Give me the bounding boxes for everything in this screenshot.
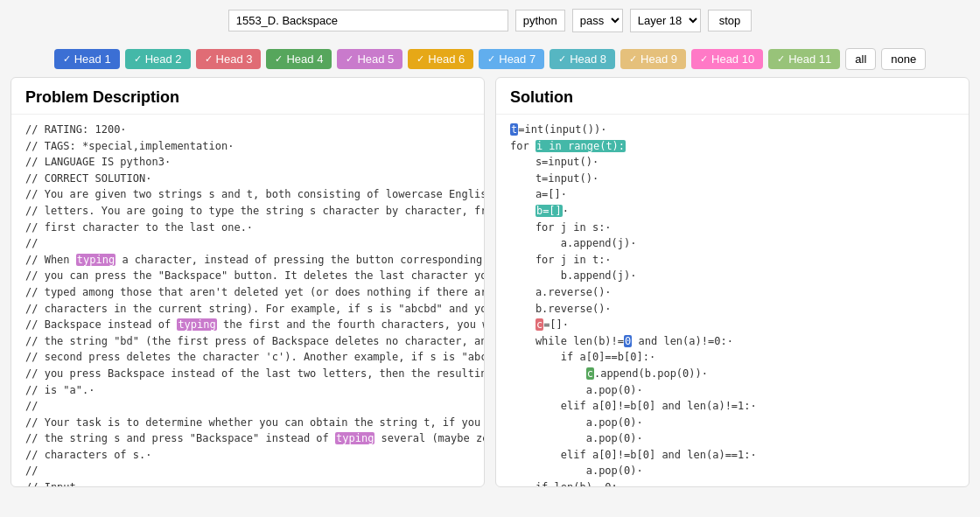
problem-line: //	[25, 235, 470, 252]
top-bar: python pass Layer 18 stop	[0, 0, 980, 41]
head-button-h8[interactable]: ✓Head 8	[550, 49, 615, 69]
solution-line: a.pop(0)·	[510, 382, 955, 399]
problem-body[interactable]: // RATING: 1200·// TAGS: *special,implem…	[11, 115, 484, 486]
solution-line: a=[]·	[510, 186, 955, 203]
head-button-h5[interactable]: ✓Head 5	[337, 49, 402, 69]
problem-line: // is "a".·	[25, 382, 470, 399]
problem-line: // you press Backspace instead of the la…	[25, 366, 470, 382]
problem-line: // Input·	[25, 479, 470, 486]
solution-line: c=[]·	[510, 317, 955, 333]
head-button-h7[interactable]: ✓Head 7	[479, 49, 544, 69]
solution-panel: Solution t=int(input())·for i in range(t…	[495, 77, 970, 487]
problem-title: Problem Description	[11, 78, 484, 115]
layer-select[interactable]: Layer 18	[630, 9, 701, 32]
head-button-h4[interactable]: ✓Head 4	[266, 49, 332, 69]
problem-line: // you can press the "Backspace" button.…	[25, 268, 470, 284]
problem-line: // first character to the last one.·	[25, 220, 470, 236]
problem-line: // TAGS: *special,implementation·	[25, 138, 470, 155]
solution-line: a.pop(0)·	[510, 463, 955, 479]
problem-input[interactable]	[228, 10, 508, 31]
solution-line: c.append(b.pop(0))·	[510, 366, 955, 382]
language-display: python	[515, 10, 565, 31]
problem-line: //	[25, 398, 470, 415]
problem-line: // letters. You are going to type the st…	[25, 203, 470, 220]
problem-line: // second press deletes the character 'c…	[25, 349, 470, 366]
problem-line: // characters of s.·	[25, 447, 470, 464]
head-button-h10[interactable]: ✓Head 10	[691, 49, 763, 69]
problem-line: //	[25, 463, 470, 479]
solution-line: for j in t:·	[510, 252, 955, 269]
problem-line: // the string "bd" (the first press of B…	[25, 333, 470, 350]
problem-line: // CORRECT SOLUTION·	[25, 171, 470, 187]
solution-line: t=int(input())·	[510, 122, 955, 138]
solution-line: for j in s:·	[510, 220, 955, 236]
problem-line: // Your task is to determine whether you…	[25, 415, 470, 431]
solution-line: a.pop(0)·	[510, 430, 955, 447]
solution-line: elif a[0]!=b[0] and len(a)==1:·	[510, 447, 955, 464]
problem-line: // typed among those that aren't deleted…	[25, 284, 470, 301]
head-button-h1[interactable]: ✓Head 1	[54, 49, 120, 69]
heads-bar: ✓Head 1✓Head 2✓Head 3✓Head 4✓Head 5✓Head…	[0, 41, 980, 77]
problem-line: // LANGUAGE IS python3·	[25, 154, 470, 171]
solution-line: if a[0]==b[0]:·	[510, 349, 955, 366]
solution-line: b=[]·	[510, 203, 955, 220]
solution-line: b.append(j)·	[510, 268, 955, 284]
solution-line: a.pop(0)·	[510, 415, 955, 431]
head-button-h9[interactable]: ✓Head 9	[620, 49, 686, 69]
all-button[interactable]: all	[845, 48, 876, 70]
problem-line: // RATING: 1200·	[25, 122, 470, 138]
head-button-h2[interactable]: ✓Head 2	[125, 49, 191, 69]
solution-line: while len(b)!=0 and len(a)!=0:·	[510, 333, 955, 350]
head-button-h11[interactable]: ✓Head 11	[768, 49, 840, 69]
problem-line: // You are given two strings s and t, bo…	[25, 186, 470, 203]
solution-body[interactable]: t=int(input())·for i in range(t): s=inpu…	[496, 115, 969, 486]
problem-line: // the string s and press "Backspace" in…	[25, 430, 470, 447]
problem-line: // characters in the current string). Fo…	[25, 301, 470, 318]
problem-line: // Backspace instead of typing the first…	[25, 317, 470, 333]
solution-title: Solution	[496, 78, 969, 115]
solution-line: s=input()·	[510, 154, 955, 171]
solution-line: for i in range(t):	[510, 138, 955, 155]
pass-select[interactable]: pass	[572, 9, 623, 32]
head-button-h3[interactable]: ✓Head 3	[196, 49, 262, 69]
solution-line: a.reverse()·	[510, 284, 955, 301]
solution-line: elif a[0]!=b[0] and len(a)!=1:·	[510, 398, 955, 415]
head-button-h6[interactable]: ✓Head 6	[408, 49, 473, 69]
none-button[interactable]: none	[881, 48, 926, 70]
problem-panel: Problem Description // RATING: 1200·// T…	[10, 77, 485, 487]
main-content: Problem Description // RATING: 1200·// T…	[0, 77, 980, 498]
problem-line: // When typing a character, instead of p…	[25, 252, 470, 269]
solution-line: t=input()·	[510, 171, 955, 187]
solution-line: b.reverse()·	[510, 301, 955, 318]
solution-line: if len(b)==0:·	[510, 479, 955, 486]
solution-line: a.append(j)·	[510, 235, 955, 252]
stop-button[interactable]: stop	[708, 10, 752, 31]
